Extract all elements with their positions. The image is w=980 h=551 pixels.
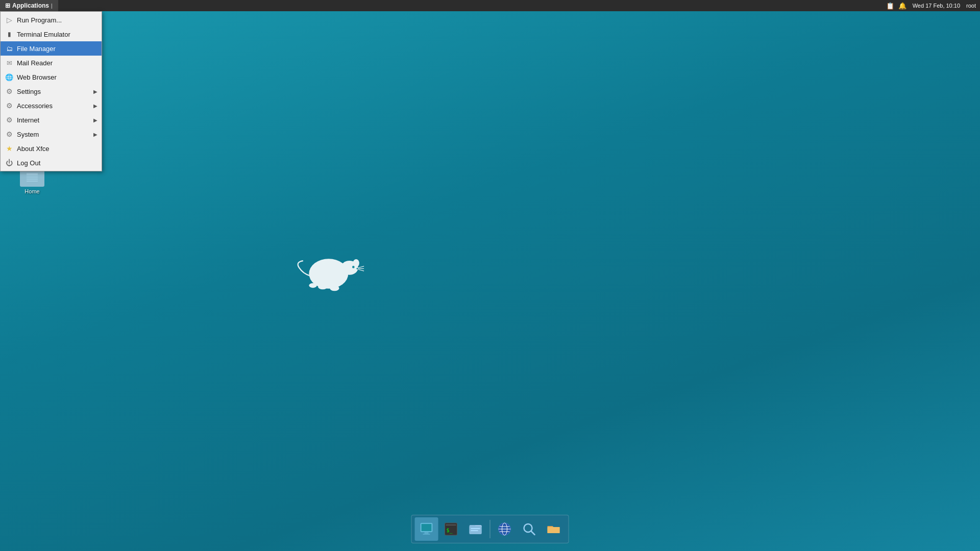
dock-icon-filemanager[interactable] — [464, 517, 487, 541]
svg-rect-34 — [548, 527, 560, 533]
accessories-submenu-arrow: ▶ — [93, 103, 97, 109]
svg-point-7 — [353, 259, 359, 267]
dock-terminal-svg: $_ — [444, 522, 458, 536]
dock-icon-terminal[interactable]: $_ — [439, 517, 463, 541]
dock-search-svg — [522, 522, 536, 536]
svg-text:$_: $_ — [447, 528, 453, 534]
svg-rect-25 — [471, 528, 480, 529]
menu-item-label: Terminal Emulator — [17, 31, 97, 38]
svg-rect-19 — [423, 534, 430, 535]
svg-point-9 — [356, 268, 358, 269]
xfce-mouse-svg — [286, 244, 368, 295]
svg-rect-17 — [422, 524, 432, 531]
menu-item-label: Mail Reader — [17, 59, 97, 67]
mail-icon: ✉ — [5, 58, 14, 67]
svg-line-12 — [358, 269, 364, 271]
menu-item-internet[interactable]: ⚙ Internet ▶ — [1, 113, 102, 127]
system-submenu-arrow: ▶ — [93, 132, 97, 137]
dock-icon-search[interactable] — [518, 517, 541, 541]
menu-item-settings[interactable]: ⚙ Settings ▶ — [1, 84, 102, 98]
menu-item-label: Web Browser — [17, 73, 97, 81]
menu-item-terminal-emulator[interactable]: ▮ Terminal Emulator — [1, 27, 102, 41]
internet-submenu-arrow: ▶ — [93, 117, 97, 123]
menu-item-system[interactable]: ⚙ System ▶ — [1, 127, 102, 141]
app-menu-label: Applications — [12, 2, 49, 9]
settings-icon: ⚙ — [5, 87, 14, 96]
app-menu-icon: ⊞ — [5, 2, 10, 9]
svg-line-33 — [531, 531, 535, 535]
taskbar-top-right: 📋 🔔 Wed 17 Feb, 10:10 root — [882, 2, 980, 10]
menu-item-label: Internet — [17, 116, 90, 124]
menu-item-label: Settings — [17, 88, 90, 95]
menu-item-about-xfce[interactable]: ★ About Xfce — [1, 141, 102, 156]
app-menu-button[interactable]: ⊞ Applications | — [0, 0, 58, 11]
menu-item-label: Accessories — [17, 102, 90, 110]
app-menu-separator: | — [51, 3, 53, 9]
logout-icon: ⏻ — [5, 158, 14, 167]
svg-point-13 — [318, 284, 327, 289]
menu-item-label: Run Program... — [17, 16, 97, 24]
terminal-icon: ▮ — [5, 30, 14, 39]
clipboard-tray-icon[interactable]: 📋 — [886, 2, 894, 10]
desktop-icon-home[interactable]: Home — [14, 168, 50, 194]
dock-icon-browser[interactable] — [493, 517, 517, 541]
dock-icon-desktop[interactable] — [415, 517, 438, 541]
taskbar-datetime: Wed 17 Feb, 10:10 — [913, 3, 960, 9]
svg-line-10 — [358, 266, 364, 268]
dock-desktop-svg — [420, 522, 434, 536]
bell-tray-icon[interactable]: 🔔 — [898, 2, 906, 10]
about-xfce-icon: ★ — [5, 144, 14, 153]
svg-rect-18 — [425, 532, 429, 534]
file-manager-icon: 🗂 — [5, 44, 14, 53]
application-menu: ▷ Run Program... ▮ Terminal Emulator 🗂 F… — [0, 11, 102, 171]
menu-item-web-browser[interactable]: 🌐 Web Browser — [1, 70, 102, 84]
dock-folder-svg — [547, 522, 561, 536]
accessories-icon: ⚙ — [5, 101, 14, 110]
dock-browser-svg — [498, 522, 512, 536]
home-svg-icon — [24, 171, 40, 184]
menu-item-label: Log Out — [17, 159, 97, 167]
menu-item-label: File Manager — [17, 45, 97, 53]
settings-submenu-arrow: ▶ — [93, 89, 97, 94]
home-icon-label: Home — [24, 188, 39, 194]
svg-point-14 — [330, 286, 339, 291]
internet-icon: ⚙ — [5, 115, 14, 124]
menu-item-accessories[interactable]: ⚙ Accessories ▶ — [1, 98, 102, 113]
desktop: ⊞ Applications | 📋 🔔 Wed 17 Feb, 10:10 r… — [0, 0, 980, 551]
menu-item-log-out[interactable]: ⏻ Log Out — [1, 156, 102, 170]
xfce-logo — [286, 244, 368, 297]
menu-item-label: System — [17, 131, 90, 138]
svg-rect-1 — [27, 173, 38, 176]
system-icon: ⚙ — [5, 130, 14, 139]
web-browser-icon: 🌐 — [5, 72, 14, 82]
menu-item-file-manager[interactable]: 🗂 File Manager — [1, 41, 102, 56]
svg-rect-3 — [27, 179, 38, 180]
svg-rect-21 — [446, 524, 456, 525]
taskbar-user: root — [966, 3, 976, 9]
menu-item-mail-reader[interactable]: ✉ Mail Reader — [1, 56, 102, 70]
svg-point-15 — [309, 283, 316, 288]
svg-rect-2 — [27, 177, 38, 178]
taskbar-bottom: $_ — [411, 515, 569, 543]
svg-point-8 — [352, 266, 355, 268]
svg-rect-4 — [27, 181, 38, 182]
tray-area: 📋 🔔 — [886, 2, 906, 10]
taskbar-top: ⊞ Applications | 📋 🔔 Wed 17 Feb, 10:10 r… — [0, 0, 980, 11]
run-program-icon: ▷ — [5, 15, 14, 24]
menu-item-run-program[interactable]: ▷ Run Program... — [1, 13, 102, 27]
dock-filemanager-svg — [469, 522, 483, 536]
dock-icon-folder[interactable] — [542, 517, 566, 541]
dock-separator — [490, 520, 491, 538]
svg-rect-26 — [471, 530, 478, 531]
menu-item-label: About Xfce — [17, 145, 97, 153]
